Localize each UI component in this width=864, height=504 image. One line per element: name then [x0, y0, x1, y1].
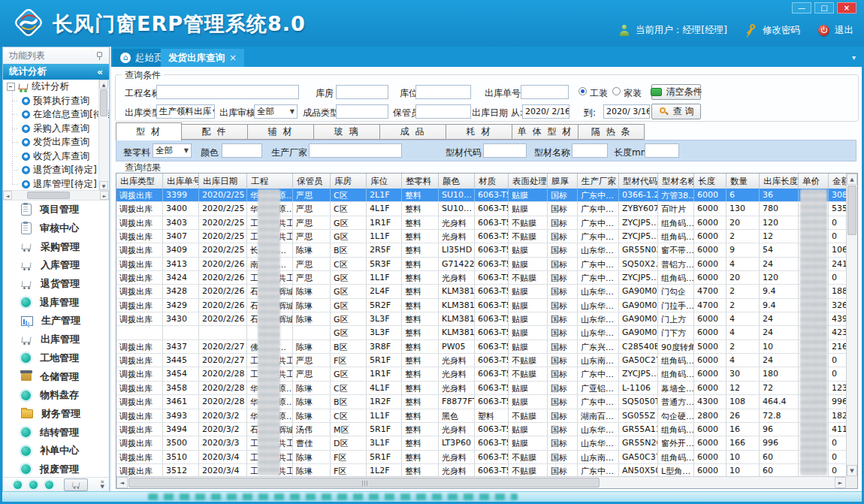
table-row[interactable]: 调拨出库35102020/3/4工共工程陈琳F区5R1F整料光身料6063-T5…: [116, 451, 846, 464]
pin-icon[interactable]: [95, 51, 103, 60]
radio-jiazhuang[interactable]: [612, 87, 621, 95]
close-button[interactable]: ×: [837, 2, 856, 14]
sidebar-section-header[interactable]: 统计分析 «: [3, 64, 109, 80]
material-tab[interactable]: 隔 热 条: [579, 124, 645, 140]
scroll-right-icon[interactable]: ►: [835, 477, 846, 488]
column-header[interactable]: 出库长度: [760, 174, 799, 189]
tab-list-dropdown-icon[interactable]: ▾: [852, 53, 856, 62]
profile-name-input[interactable]: [572, 143, 608, 158]
grid-scrollbar-horizontal[interactable]: ◄ ►: [116, 476, 846, 488]
quick-item-icon[interactable]: [14, 481, 22, 489]
table-row[interactable]: 调拨出库34282020/2/26石辉城陈琳G区2L4F整料KLM3817606…: [116, 285, 846, 298]
collapse-icon[interactable]: «: [97, 66, 103, 77]
search-button[interactable]: 查 询: [651, 104, 701, 119]
warehouse-input[interactable]: [336, 85, 388, 99]
sidebar-menu-item[interactable]: 财务管理: [3, 405, 109, 424]
scroll-thumb[interactable]: [128, 478, 600, 487]
date-from-select[interactable]: 2020/ 2/16▼: [522, 104, 569, 119]
sidebar-menu-item[interactable]: 项目管理: [3, 201, 109, 219]
table-row[interactable]: 调拨出库34942020/3/2石辉城汤伟M区5R1F整料光身料6063-T5贴…: [116, 423, 846, 436]
table-row[interactable]: 调拨出库34292020/2/26石辉城陈琳G区5R2F整料KLM3817606…: [116, 299, 846, 312]
scroll-thumb[interactable]: [27, 192, 70, 199]
column-header[interactable]: 长度: [694, 174, 727, 189]
table-row[interactable]: 调拨出库34242020/2/26工共工程严思G区1L1F整料光身料6063-T…: [116, 271, 846, 285]
column-header[interactable]: 型材代码: [619, 174, 658, 189]
sidebar-menu-item[interactable]: 退货管理: [3, 275, 109, 294]
maximize-button[interactable]: □: [814, 2, 834, 14]
material-tab[interactable]: 耗 材: [446, 124, 512, 140]
radio-jiazhuang-label[interactable]: 家装: [624, 87, 642, 100]
table-row[interactable]: 调拨出库34542020/2/28工共工程严思G区1R1F整料光身料6063-T…: [116, 367, 846, 381]
color-input[interactable]: [222, 143, 262, 158]
tree-item[interactable]: 预算执行查询: [3, 94, 109, 108]
quick-item-icon[interactable]: [45, 481, 53, 489]
sidebar-menu-item[interactable]: 仓储管理: [3, 367, 109, 386]
minimize-button[interactable]: —: [792, 2, 811, 14]
tree-scrollbar-horizontal[interactable]: ◄ ►: [3, 190, 109, 201]
table-row[interactable]: 调拨出库35122020/3/4工共工程陈琳F区1L2F整料光身料6063-T5…: [116, 464, 846, 476]
scroll-left-icon[interactable]: ◄: [116, 477, 128, 488]
sidebar-menu-item[interactable]: 报废管理: [3, 460, 109, 478]
sidebar-menu-item[interactable]: 入库管理: [3, 256, 109, 275]
clear-conditions-button[interactable]: 清空条件: [651, 84, 701, 100]
table-row[interactable]: 调拨出库34612020/2/28华原…陈琳B区1R2F整料F8877FT606…: [116, 395, 846, 409]
scroll-down-icon[interactable]: ▼: [847, 465, 857, 476]
sidebar-menu-item[interactable]: 补单中心: [3, 442, 109, 460]
sidebar-menu-item[interactable]: 工地管理: [3, 349, 109, 368]
date-to-select[interactable]: 2020/ 3/16▼: [603, 104, 650, 119]
material-tab[interactable]: 玻 璃: [314, 124, 380, 140]
close-tab-icon[interactable]: ×: [229, 53, 237, 63]
quick-item-icon[interactable]: [29, 481, 38, 489]
scroll-down-icon[interactable]: ▼: [99, 181, 108, 190]
scroll-right-icon[interactable]: ►: [100, 191, 109, 200]
sidebar-menu-item[interactable]: 生产管理: [3, 312, 109, 330]
tree-item[interactable]: 收货入库查询: [3, 149, 109, 164]
tree-item[interactable]: 采购入库查询: [3, 122, 109, 136]
radio-gongzhuang-label[interactable]: 工装: [590, 87, 608, 100]
column-header[interactable]: 材质: [475, 174, 509, 189]
table-row[interactable]: 调拨出库34452020/2/27工共工程严思F区5R1F整料光身料6063-T…: [116, 354, 846, 367]
profile-code-input[interactable]: [483, 143, 527, 158]
table-row[interactable]: 调拨出库34132020/2/26南…严思C区5R3F整料G714226063-…: [116, 258, 846, 271]
sidebar-menu-item[interactable]: 出库管理: [3, 330, 109, 349]
column-header[interactable]: 膜厚: [548, 174, 578, 189]
sidebar-menu-item[interactable]: 采购管理: [3, 237, 109, 256]
material-tab[interactable]: 配 件: [182, 124, 248, 140]
tree-scrollbar-vertical[interactable]: ▲ ▼: [98, 80, 108, 190]
material-tab[interactable]: 成 品: [380, 124, 446, 140]
chevron-down-icon[interactable]: ▼: [101, 484, 104, 490]
material-tab[interactable]: 型 材: [116, 122, 182, 140]
column-header[interactable]: 出库日期: [199, 174, 247, 189]
column-header[interactable]: 工程: [247, 174, 293, 189]
column-header[interactable]: 颜色: [439, 174, 475, 189]
table-row[interactable]: G区3L3F整料KLM38176063-T5贴膜国标山东华…GA90M09…门下…: [116, 326, 846, 340]
sidebar-menu-item[interactable]: 结转管理: [3, 423, 109, 442]
tree-root[interactable]: 统计分析: [3, 80, 109, 94]
tree-item[interactable]: 退库管理[待定]: [3, 177, 109, 190]
tree-item[interactable]: 发货出库查询: [3, 136, 109, 150]
column-header[interactable]: 整零料: [402, 174, 439, 189]
scroll-left-icon[interactable]: ◄: [3, 191, 12, 200]
column-header[interactable]: 保管员: [293, 174, 331, 189]
scroll-up-icon[interactable]: ▲: [847, 174, 857, 185]
column-header[interactable]: 库房: [331, 174, 367, 189]
table-row[interactable]: 调拨出库34002020/2/25华原…严思C区4L1F整料SU10…6063-…: [116, 202, 846, 216]
tree-item[interactable]: 在途信息查询[待定]: [3, 108, 109, 122]
sidebar-menu-item[interactable]: 退库管理: [3, 293, 109, 312]
part-type-select[interactable]: 全部▼: [153, 143, 192, 158]
scroll-thumb[interactable]: [847, 186, 856, 235]
material-tab[interactable]: 辅 材: [248, 124, 314, 140]
audit-select[interactable]: 全部▼: [254, 104, 298, 119]
outbound-type-select[interactable]: 生产领料出库▼: [156, 104, 215, 119]
tree-item[interactable]: 退货查询[待定]: [3, 164, 109, 178]
manufacturer-input[interactable]: [309, 143, 402, 158]
expander-icon[interactable]: [7, 83, 15, 91]
scroll-up-icon[interactable]: ▲: [99, 80, 108, 89]
table-row[interactable]: 调拨出库34932020/3/2华原…陈琳C区1L1F整料黑色塑料不贴膜国标湖南…: [116, 409, 846, 423]
sidebar-menu-item[interactable]: 审核中心: [3, 219, 109, 238]
table-row[interactable]: 调拨出库34032020/2/25工共工程严思G区1R1F整料光身料6063-T…: [116, 216, 846, 230]
table-row[interactable]: 调拨出库35002020/3/3工共工程曹佳D区3L1F整料LT3P606063…: [116, 436, 846, 450]
radio-gongzhuang[interactable]: [579, 87, 587, 95]
column-header[interactable]: 金额: [829, 174, 846, 189]
order-no-input[interactable]: [521, 85, 569, 99]
